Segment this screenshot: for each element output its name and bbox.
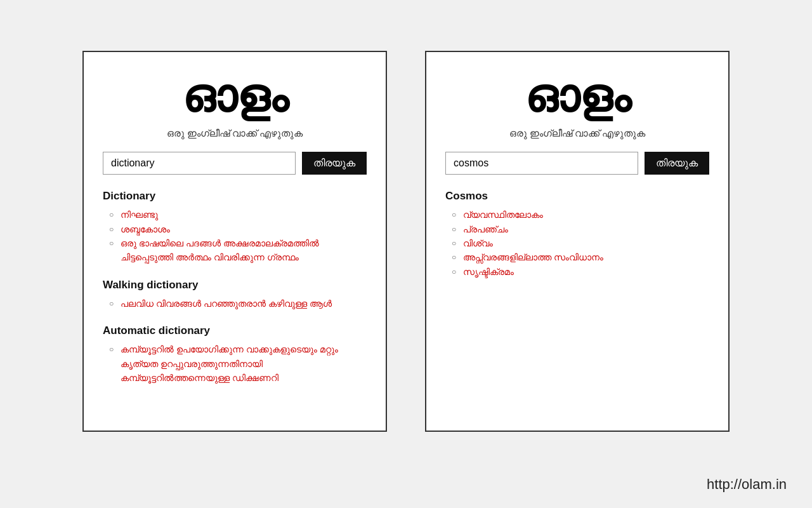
result-list-dictionary: നിഘണ്ടു ശബ്ദകോശം ഒരു ഭാഷയിലെ പദങ്ങൾ അക്ഷ…: [103, 208, 367, 265]
card-cosmos: ഓളം ഒരു ഇംഗ്ലീഷ് വാക്ക് എഴുതുക തിരയുക Co…: [425, 51, 730, 432]
list-item: ഒരു ഭാഷയിലെ പദങ്ങൾ അക്ഷരമാലക്രമത്തിൽ ചിട…: [109, 236, 367, 265]
result-section-dictionary: Dictionary നിഘണ്ടു ശബ്ദകോശം ഒരു ഭാഷയിലെ …: [103, 190, 367, 265]
search-button-2[interactable]: തിരയുക: [645, 152, 709, 175]
list-item: പലവിധ വിവരങ്ങൾ പറഞ്ഞുതരാൻ കഴിവുള്ള ആൾ: [109, 297, 367, 311]
list-item: വിശ്വം: [452, 236, 709, 250]
search-row-1: തിരയുക: [103, 152, 367, 175]
result-heading-walking: Walking dictionary: [103, 279, 367, 291]
logo-2: ഓളം: [445, 71, 709, 121]
list-item: ശബ്ദകോശം: [109, 222, 367, 236]
result-heading-dictionary: Dictionary: [103, 190, 367, 203]
list-item: നിഘണ്ടു: [109, 208, 367, 222]
main-container: ഓളം ഒരു ഇംഗ്ലീഷ് വാക്ക് എഴുതുക തിരയുക Di…: [82, 51, 730, 432]
search-input-1[interactable]: [103, 152, 296, 175]
result-heading-cosmos: Cosmos: [445, 190, 709, 203]
result-list-walking: പലവിധ വിവരങ്ങൾ പറഞ്ഞുതരാൻ കഴിവുള്ള ആൾ: [103, 297, 367, 311]
search-input-2[interactable]: [445, 152, 638, 175]
result-heading-automatic: Automatic dictionary: [103, 324, 367, 337]
result-list-automatic: കമ്പ്യൂട്ടറിൽ ഉപയോഗിക്കുന്ന വാക്കുകളുടെയ…: [103, 342, 367, 385]
search-row-2: തിരയുക: [445, 152, 709, 175]
result-list-cosmos: വ്യവസ്ഥിതലോകം പ്രപഞ്ചം വിശ്വം അപ്സ്വരങ്ങ…: [445, 208, 709, 279]
list-item: വ്യവസ്ഥിതലോകം: [452, 208, 709, 222]
subtitle-1: ഒരു ഇംഗ്ലീഷ് വാക്ക് എഴുതുക: [103, 128, 367, 139]
result-section-automatic: Automatic dictionary കമ്പ്യൂട്ടറിൽ ഉപയോഗ…: [103, 324, 367, 385]
subtitle-2: ഒരു ഇംഗ്ലീഷ് വാക്ക് എഴുതുക: [445, 128, 709, 139]
list-item: സൃഷ്ടിക്രമം: [452, 265, 709, 279]
list-item: അപ്സ്വരങ്ങളില്ലാത്ത സംവിധാനം: [452, 250, 709, 264]
search-button-1[interactable]: തിരയുക: [302, 152, 367, 175]
footer-url: http://olam.in: [707, 476, 787, 493]
logo-1: ഓളം: [103, 71, 367, 121]
list-item: പ്രപഞ്ചം: [452, 222, 709, 236]
result-section-cosmos: Cosmos വ്യവസ്ഥിതലോകം പ്രപഞ്ചം വിശ്വം അപ്…: [445, 190, 709, 279]
list-item: കമ്പ്യൂട്ടറിൽ ഉപയോഗിക്കുന്ന വാക്കുകളുടെയ…: [109, 342, 367, 385]
card-dictionary: ഓളം ഒരു ഇംഗ്ലീഷ് വാക്ക് എഴുതുക തിരയുക Di…: [82, 51, 387, 432]
result-section-walking: Walking dictionary പലവിധ വിവരങ്ങൾ പറഞ്ഞു…: [103, 279, 367, 311]
